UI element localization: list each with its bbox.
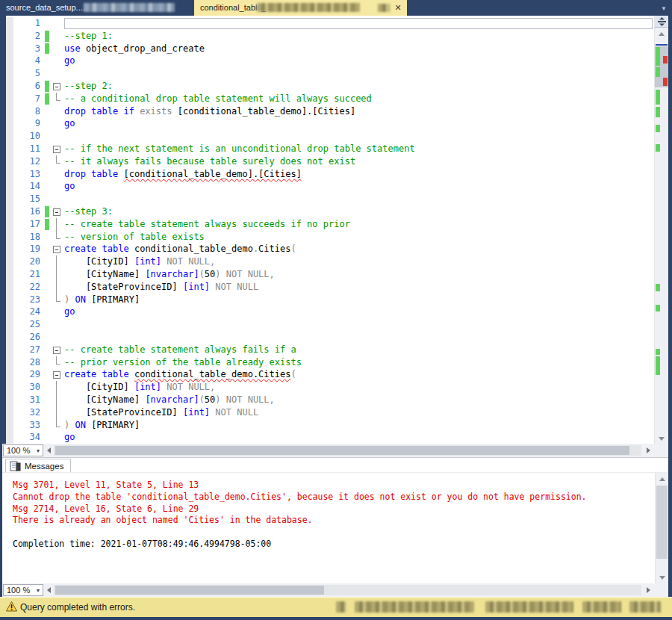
scroll-up-icon[interactable] [656,477,668,481]
message-error-line: There is already an object named 'Cities… [13,515,649,527]
messages-vertical-scrollbar[interactable] [655,473,668,584]
scrollbar-thumb[interactable] [656,486,668,559]
scroll-down-icon[interactable] [656,576,668,580]
change-tracking-slot [45,232,49,243]
redacted-status-segment [336,601,346,613]
scrollbar-thumb[interactable] [55,586,324,595]
outline-margin [51,30,64,43]
change-tracking-slot [45,357,49,368]
line-number: 21 [13,268,45,281]
scroll-left-icon[interactable] [43,447,54,453]
messages-text: Msg 3701, Level 11, State 5, Line 13Cann… [13,480,649,551]
code-line-33[interactable]: 33) ON [PRIMARY] [6,419,655,432]
code-line-9[interactable]: 9go [6,117,655,130]
line-number: 31 [13,394,45,406]
change-tracking-bar [45,206,49,217]
change-tracking-slot [45,420,49,431]
code-text: drop table if exists [conditional_table_… [64,105,655,118]
outline-margin [51,168,64,181]
code-line-4[interactable]: 4go [6,55,655,67]
collapse-toggle-icon[interactable] [51,344,64,356]
line-number: 7 [13,93,45,105]
scroll-left-icon[interactable] [43,587,54,593]
code-line-29[interactable]: 29create table conditional_table_demo.Ci… [6,368,655,381]
outline-margin [51,356,64,369]
collapse-toggle-icon[interactable] [51,205,64,218]
tab-source-data-setup[interactable]: source_data_setup.... [1,0,193,16]
code-line-32[interactable]: 32 [StateProvinceID] [int] NOT NULL [6,406,655,419]
code-line-16[interactable]: 16--step 3: [6,205,655,218]
code-line-28[interactable]: 28-- prior version of the table already … [6,356,655,369]
messages-output-pane[interactable]: Msg 3701, Level 11, State 5, Line 13Cann… [2,472,668,584]
editor-horizontal-scrollbar[interactable] [54,445,641,456]
code-line-10[interactable]: 10 [6,130,655,143]
code-line-18[interactable]: 18-- version of table exists [6,231,655,244]
code-line-31[interactable]: 31 [CityName] [nvarchar](50) NOT NULL, [6,394,655,406]
scroll-up-icon[interactable] [655,32,668,36]
code-line-13[interactable]: 13drop table [conditional_table_demo].[C… [6,168,655,181]
code-line-34[interactable]: 34go [6,431,655,444]
outline-margin [51,306,64,318]
collapse-toggle-icon[interactable] [51,243,64,255]
splitter-handle-icon[interactable] [655,16,668,28]
code-line-24[interactable]: 24go [6,306,655,318]
editor-bottom-bar: 100 % ▾ [2,444,668,457]
messages-horizontal-scrollbar[interactable] [54,585,641,595]
code-line-23[interactable]: 23) ON [PRIMARY] [6,294,655,306]
code-line-26[interactable]: 26 [6,331,655,344]
tab-messages[interactable]: Messages [5,459,71,473]
code-line-22[interactable]: 22 [StateProvinceID] [int] NOT NULL [6,281,655,294]
code-line-1[interactable]: 1 [6,17,655,30]
code-editor[interactable]: 12--step 1:3use object_drop_and_create4g… [6,16,668,444]
line-number: 12 [13,155,45,168]
code-line-19[interactable]: 19create table conditional_table_demo.Ci… [6,243,655,255]
code-lines[interactable]: 12--step 1:3use object_drop_and_create4g… [6,16,655,444]
code-line-30[interactable]: 30 [CityID] [int] NOT NULL, [6,381,655,394]
line-number: 2 [13,30,45,43]
code-line-27[interactable]: 27-- create table statement always fails… [6,344,655,356]
change-mark [656,90,660,105]
change-tracking-slot [45,156,49,167]
redacted-status-segment [355,601,474,613]
outline-margin [51,117,64,130]
scroll-right-icon[interactable] [643,447,653,453]
tab-list-dropdown-icon[interactable]: ▼ [661,5,667,12]
error-mark [663,78,668,86]
messages-zoom-select[interactable]: 100 % ▾ [3,584,43,596]
code-line-11[interactable]: 11-- if the next statement is an uncondi… [6,143,655,155]
scroll-down-icon[interactable] [655,437,668,441]
change-mark [656,107,660,117]
messages-icon [10,461,21,471]
change-tracking-slot [45,169,49,180]
collapse-toggle-icon[interactable] [51,143,64,155]
close-tab-icon[interactable]: ✕ [393,2,403,13]
collapse-toggle-icon[interactable] [51,80,64,93]
collapse-toggle-icon[interactable] [51,368,64,381]
tab-conditional-table-active[interactable]: conditional_table_...- ✕ [194,0,407,16]
editor-vertical-scrollbar[interactable] [654,16,668,444]
code-line-8[interactable]: 8drop table if exists [conditional_table… [6,105,655,118]
editor-zoom-select[interactable]: 100 % ▾ [3,444,43,456]
code-line-3[interactable]: 3use object_drop_and_create [6,43,655,55]
code-line-6[interactable]: 6--step 2: [6,80,655,93]
code-line-21[interactable]: 21 [CityName] [nvarchar](50) NOT NULL, [6,268,655,281]
status-message: Query completed with errors. [20,602,135,613]
code-line-7[interactable]: 7-- a conditional drop table statement w… [6,93,655,105]
code-line-12[interactable]: 12-- it always fails because table surel… [6,155,655,168]
ssms-window: { "tabs": { "inactive_label": "source_da… [0,0,672,620]
code-line-25[interactable]: 25 [6,318,655,331]
messages-zoom-value: 100 % [7,586,30,595]
code-line-17[interactable]: 17-- create table statement always succe… [6,218,655,231]
change-tracking-slot [45,256,49,267]
code-line-20[interactable]: 20 [CityID] [int] NOT NULL, [6,255,655,268]
line-number: 13 [13,168,45,181]
scroll-right-icon[interactable] [643,587,653,593]
warning-icon [6,601,17,612]
code-text: [CityName] [nvarchar](50) NOT NULL, [64,268,655,281]
code-line-5[interactable]: 5 [6,67,655,80]
code-line-15[interactable]: 15 [6,193,655,205]
code-line-14[interactable]: 14go [6,180,655,193]
code-line-2[interactable]: 2--step 1: [6,30,655,43]
code-text [64,130,655,143]
scrollbar-thumb[interactable] [55,446,629,455]
